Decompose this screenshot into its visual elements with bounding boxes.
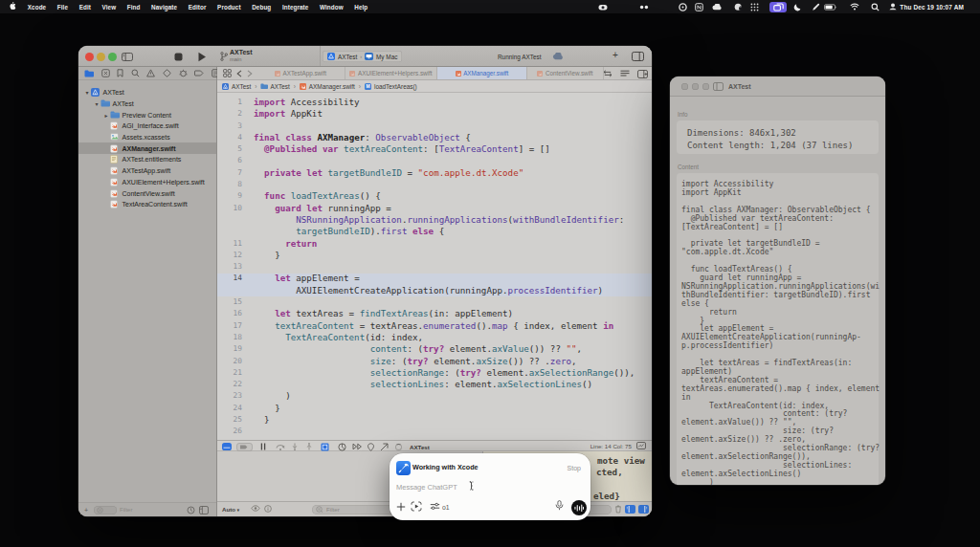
tab-axtestapp-swift[interactable]: AXTestApp.swift — [256, 67, 345, 79]
toggle-navigator-icon[interactable] — [122, 53, 133, 61]
stop-button[interactable] — [174, 53, 183, 61]
sidebar-toggle-icon[interactable] — [713, 82, 724, 91]
navigator-tab-breakpoints[interactable] — [194, 70, 204, 77]
step-over-icon[interactable] — [276, 443, 285, 450]
pause-icon[interactable] — [260, 443, 266, 450]
navigator-tab-find[interactable] — [131, 69, 140, 77]
code-line[interactable]: 3 — [217, 120, 652, 132]
view-debugger-icon[interactable] — [321, 443, 329, 451]
menu-bar-clock[interactable]: Thu Dec 19 10:07 AM — [900, 0, 964, 13]
code-review-icon[interactable] — [603, 70, 612, 77]
run-button[interactable] — [197, 52, 207, 62]
menu-window[interactable]: Window — [314, 4, 348, 11]
menu-help[interactable]: Help — [348, 4, 373, 11]
voice-mode-button[interactable] — [571, 500, 587, 515]
variables-scope-selector[interactable]: Auto ▾ — [222, 506, 239, 513]
breadcrumb-item[interactable]: AXTest — [270, 83, 289, 90]
code-line[interactable]: 24 } — [217, 403, 652, 414]
code-line[interactable]: 6 — [217, 155, 652, 166]
navigator-filter-field[interactable] — [94, 506, 117, 514]
minimize-button[interactable] — [692, 83, 699, 90]
recent-files-icon[interactable] — [187, 506, 195, 514]
code-line[interactable]: 13 — [217, 261, 652, 273]
chat-input[interactable]: Message ChatGPT — [396, 483, 457, 492]
globe-lock-icon[interactable] — [729, 0, 746, 13]
disclosure-triangle[interactable]: ▾ — [84, 89, 90, 96]
code-line[interactable]: 2import AppKit — [217, 108, 652, 120]
code-line[interactable]: NSRunningApplication.runningApplications… — [217, 214, 652, 226]
cloud-icon[interactable] — [708, 0, 725, 13]
menu-find[interactable]: Find — [122, 4, 145, 11]
file-axuielement-helpers-swift[interactable]: AXUIElement+Helpers.swift — [78, 177, 216, 188]
code-line[interactable]: 1import Accessibility — [217, 97, 652, 108]
file-assets-xcassets[interactable]: Assets.xcassets — [78, 132, 216, 143]
menu-product[interactable]: Product — [212, 4, 246, 11]
camera-icon[interactable] — [594, 0, 612, 13]
code-line[interactable]: AXUIElementCreateApplication(runningApp.… — [217, 285, 652, 296]
file-axmanager-swift[interactable]: AXManager.swift — [78, 142, 216, 154]
stop-button[interactable]: Stop — [568, 465, 581, 471]
code-line[interactable]: 12 } — [217, 250, 652, 261]
tab-contentview-swift[interactable]: ContentView.swift — [527, 67, 604, 79]
code-line[interactable]: 22 selectionLines: element.axSelectionLi… — [217, 379, 652, 390]
code-line[interactable]: 25 } — [217, 414, 652, 426]
source-editor[interactable]: 1import Accessibility2import AppKit34fin… — [217, 93, 652, 440]
debug-toggle-icon[interactable] — [222, 443, 232, 450]
add-editor-split-icon[interactable] — [637, 70, 648, 78]
microphone-icon[interactable] — [555, 500, 564, 511]
nav-arrow-icon[interactable] — [380, 443, 389, 451]
code-line[interactable]: 9 func loadTextAreas() { — [217, 190, 652, 202]
step-into-icon[interactable] — [291, 443, 299, 450]
menu-debug[interactable]: Debug — [246, 4, 277, 11]
menu-navigate[interactable]: Navigate — [145, 4, 183, 11]
moon-icon[interactable] — [789, 0, 806, 13]
breadcrumb-item[interactable]: AXTest — [232, 83, 251, 90]
add-file-icon[interactable]: + — [84, 507, 88, 514]
navigator-tab-project[interactable] — [84, 70, 94, 77]
file-preview-content[interactable]: ▸Preview Content — [78, 109, 216, 120]
disclosure-triangle[interactable]: ▸ — [103, 112, 109, 119]
add-editor-button[interactable]: + — [612, 50, 618, 60]
scm-status-icon[interactable] — [199, 506, 209, 514]
model-tools-icon[interactable] — [430, 502, 440, 511]
file-axtest[interactable]: ▾AXTest — [78, 87, 216, 98]
location-icon[interactable] — [367, 443, 375, 451]
knot-icon[interactable] — [674, 0, 691, 13]
clear-console-icon[interactable] — [614, 505, 622, 514]
file-textareacontent-swift[interactable]: TextAreaContent.swift — [78, 199, 216, 210]
code-line[interactable]: 8 — [217, 179, 652, 190]
battery-icon[interactable] — [822, 0, 839, 13]
tab-axmanager-swift[interactable]: AXManager.swift — [437, 67, 527, 79]
code-line[interactable]: 20 size: (try? element.axSize()) ?? .zer… — [217, 356, 652, 367]
breakpoints-pill-icon[interactable] — [236, 443, 253, 451]
code-line[interactable]: 15 — [217, 296, 652, 308]
code-line[interactable]: 10 guard let runningApp = — [217, 203, 652, 214]
menu-xcode[interactable]: Xcode — [22, 4, 52, 11]
wifi-icon[interactable] — [846, 0, 863, 13]
navigator-tab-tests[interactable] — [163, 69, 171, 77]
code-line[interactable]: 5 @Published var textAreaContent: [TextA… — [217, 143, 652, 155]
menu-edit[interactable]: Edit — [74, 4, 97, 11]
toggle-console-pane-icon[interactable] — [638, 505, 649, 514]
navigator-tab-debug[interactable] — [179, 69, 188, 77]
file-axtestapp-swift[interactable]: AXTestApp.swift — [78, 165, 216, 177]
code-line[interactable]: targetBundleID).first else { — [217, 226, 652, 237]
editor-only-icon[interactable] — [636, 442, 646, 449]
navigator-tab-issues[interactable] — [146, 69, 155, 77]
navigator-tab-bookmarks[interactable] — [117, 69, 123, 77]
code-line[interactable]: 7 private let targetBundleID = "com.appl… — [217, 167, 652, 179]
code-line[interactable]: 17 textAreaContent = textAreas.enumerate… — [217, 320, 652, 332]
user-icon[interactable] — [884, 0, 902, 13]
grid-icon[interactable] — [746, 0, 763, 13]
zoom-button[interactable] — [702, 83, 709, 90]
menu-view[interactable]: View — [97, 4, 122, 11]
search-icon[interactable] — [866, 0, 883, 13]
memory-graph-icon[interactable] — [338, 443, 346, 451]
editor-layout-icon[interactable] — [632, 52, 644, 61]
step-out-icon[interactable] — [305, 443, 313, 450]
go-forward-icon[interactable] — [247, 70, 253, 77]
env-override-icon[interactable] — [352, 443, 362, 450]
screen-capture-icon[interactable] — [411, 501, 422, 512]
breadcrumb-item[interactable]: loadTextAreas() — [374, 83, 417, 90]
adjust-editor-icon[interactable] — [620, 70, 630, 77]
